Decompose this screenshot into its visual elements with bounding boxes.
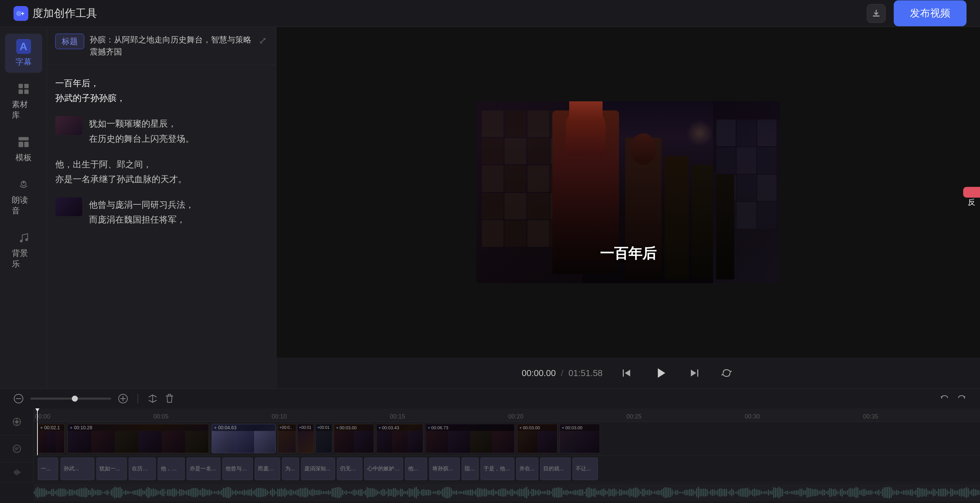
video-clip-1[interactable]: + 00:02.1 bbox=[38, 424, 65, 453]
feedback-button[interactable]: 反 bbox=[963, 187, 980, 198]
svg-rect-281 bbox=[484, 489, 485, 497]
caption-clip-0[interactable]: 一... bbox=[38, 457, 58, 480]
video-clip-8[interactable]: +00:03.43 bbox=[376, 424, 423, 453]
caption-clip-7[interactable]: 而庞涓... bbox=[255, 457, 280, 480]
svg-rect-433 bbox=[751, 490, 751, 495]
svg-rect-178 bbox=[304, 488, 305, 497]
svg-rect-39 bbox=[60, 489, 61, 497]
zoom-in-button[interactable] bbox=[118, 394, 128, 404]
sidebar-item-narration[interactable]: 朗读音 bbox=[5, 172, 42, 222]
bgm-icon bbox=[16, 230, 31, 245]
caption-clip-15[interactable]: 于是，他下... bbox=[480, 457, 514, 480]
loop-button[interactable] bbox=[719, 365, 735, 381]
svg-rect-488 bbox=[847, 490, 848, 495]
sidebar-item-materials[interactable]: 素材库 bbox=[5, 76, 42, 126]
svg-rect-261 bbox=[449, 487, 450, 498]
svg-rect-389 bbox=[673, 492, 675, 493]
svg-rect-393 bbox=[680, 492, 681, 493]
caption-item-3[interactable]: 他，出生于阿、郢之间， 亦是一名承继了孙武血脉的天才。 bbox=[47, 151, 276, 192]
caption-clip-3[interactable]: 在历史的... bbox=[129, 457, 156, 480]
frame bbox=[560, 431, 580, 453]
svg-rect-462 bbox=[802, 489, 802, 497]
video-clip-5[interactable]: +00:01 bbox=[297, 424, 314, 453]
svg-rect-7 bbox=[24, 90, 29, 94]
caption-tag[interactable]: 标题 bbox=[55, 34, 84, 49]
svg-rect-296 bbox=[510, 489, 511, 496]
svg-rect-227 bbox=[390, 489, 391, 496]
caption-clip-2[interactable]: 犹如一... bbox=[96, 457, 127, 480]
caption-clip-4[interactable]: 他，出生... bbox=[158, 457, 185, 480]
svg-rect-363 bbox=[628, 490, 629, 496]
video-clip-4[interactable]: +00:0.. bbox=[278, 424, 296, 453]
caption-clip-5[interactable]: 亦是一名承继... bbox=[187, 457, 220, 480]
svg-rect-242 bbox=[416, 487, 417, 498]
ruler-marks: 00:00 00:05 00:10 00:15 00:20 00:25 00:3… bbox=[34, 413, 980, 422]
sidebar-item-captions[interactable]: A 字幕 bbox=[5, 34, 42, 73]
track-icon-captions bbox=[0, 435, 34, 462]
video-clip-2[interactable]: + 00:10.28 bbox=[67, 424, 209, 453]
svg-rect-337 bbox=[582, 490, 583, 496]
caption-clip-16[interactable]: 并在... bbox=[516, 457, 538, 480]
clip-8-duration: 00:03.43 bbox=[382, 425, 399, 430]
download-button[interactable] bbox=[867, 4, 886, 23]
skip-forward-button[interactable] bbox=[686, 365, 702, 381]
svg-rect-498 bbox=[864, 489, 865, 496]
delete-button[interactable] bbox=[164, 394, 175, 404]
undo-button[interactable] bbox=[940, 394, 950, 404]
svg-rect-24 bbox=[34, 491, 35, 494]
caption-clip-12[interactable]: 他... bbox=[405, 457, 427, 480]
caption-clip-13[interactable]: 将孙膑... bbox=[430, 457, 460, 480]
svg-rect-33 bbox=[49, 491, 51, 494]
play-button[interactable] bbox=[651, 363, 670, 382]
svg-rect-390 bbox=[675, 490, 676, 495]
svg-rect-243 bbox=[418, 489, 418, 496]
svg-rect-63 bbox=[102, 492, 103, 493]
svg-rect-397 bbox=[687, 490, 689, 495]
svg-rect-480 bbox=[833, 489, 834, 496]
publish-button[interactable]: 发布视频 bbox=[894, 0, 967, 26]
caption-item-1[interactable]: 一百年后， 孙武的子孙孙膑， bbox=[47, 70, 276, 111]
video-clip-10[interactable]: +00:03.00 bbox=[517, 424, 557, 453]
svg-rect-124 bbox=[209, 490, 210, 496]
caption-clip-18[interactable]: 不让... bbox=[573, 457, 598, 480]
caption-clip-11[interactable]: 心中的嫉妒与不平... bbox=[364, 457, 403, 480]
svg-rect-123 bbox=[207, 490, 208, 495]
svg-rect-58 bbox=[93, 489, 94, 496]
svg-rect-213 bbox=[365, 490, 366, 495]
video-track-content[interactable]: + 00:02.1 + 00:10.28 bbox=[34, 422, 980, 455]
video-clip-11[interactable]: +00:03.00 bbox=[559, 424, 600, 453]
svg-rect-454 bbox=[787, 490, 788, 494]
zoom-handle[interactable] bbox=[72, 396, 78, 401]
svg-rect-92 bbox=[153, 489, 154, 497]
caption-clip-17[interactable]: 目的就... bbox=[540, 457, 571, 480]
caption-item-2[interactable]: 犹如一颗璀璨的星辰， 在历史的舞台上闪亮登场。 bbox=[47, 111, 276, 151]
svg-rect-509 bbox=[884, 487, 885, 498]
expand-button[interactable]: ⤢ bbox=[258, 34, 268, 48]
video-clip-7[interactable]: +00:03.00 bbox=[334, 424, 374, 453]
sidebar-item-templates[interactable]: 模板 bbox=[5, 129, 42, 168]
svg-rect-321 bbox=[554, 487, 555, 497]
svg-rect-563 bbox=[978, 490, 979, 495]
caption-clip-1[interactable]: 孙武... bbox=[60, 457, 94, 480]
split-button[interactable] bbox=[148, 394, 158, 404]
redo-button[interactable] bbox=[956, 394, 967, 404]
caption-clip-text: 将孙膑... bbox=[433, 465, 453, 472]
caption-clip-6[interactable]: 他曾与庞... bbox=[223, 457, 253, 480]
video-clip-9[interactable]: +00:06.73 bbox=[425, 424, 515, 453]
zoom-slider[interactable] bbox=[30, 398, 111, 400]
video-clip-6[interactable]: +00:01 bbox=[315, 424, 332, 453]
skip-start-button[interactable] bbox=[619, 365, 635, 381]
time-display: 00:00.00 / 01:51.58 bbox=[522, 368, 603, 378]
caption-track-content[interactable]: 一... 孙武... 犹如一... 在历史的... 他，出生... 亦是一名承继… bbox=[34, 455, 980, 482]
caption-clip-8[interactable]: 为... bbox=[282, 457, 299, 480]
clip-10-header: +00:03.00 bbox=[517, 424, 557, 431]
sidebar-item-bgm[interactable]: 背景乐 bbox=[5, 225, 42, 275]
svg-rect-527 bbox=[915, 490, 916, 495]
video-clip-3[interactable]: + 00:04.63 bbox=[212, 424, 276, 453]
svg-rect-193 bbox=[330, 491, 331, 493]
caption-clip-14[interactable]: 阻... bbox=[462, 457, 479, 480]
caption-clip-10[interactable]: 仍无法... bbox=[337, 457, 362, 480]
caption-clip-9[interactable]: 庞涓深知... bbox=[301, 457, 335, 480]
zoom-out-button[interactable] bbox=[13, 394, 24, 404]
caption-item-4[interactable]: 他曾与庞涓一同研习兵法， 而庞涓在魏国担任将军， bbox=[47, 192, 276, 232]
